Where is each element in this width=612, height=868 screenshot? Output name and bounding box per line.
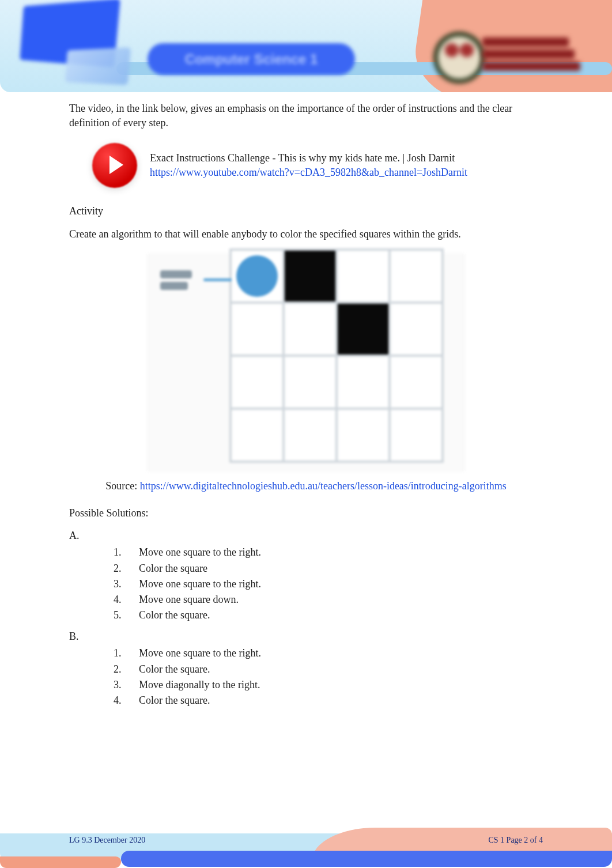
grid-cell: [284, 409, 337, 462]
intro-paragraph: The video, in the link below, gives an e…: [69, 101, 543, 130]
university-name: [482, 35, 580, 74]
footer-right: CS 1 Page 2 of 4: [489, 836, 543, 845]
grid-cell: [337, 303, 390, 356]
page-footer: LG 9.3 December 2020 CS 1 Page 2 of 4: [0, 828, 612, 868]
course-title: Computer Science 1: [148, 43, 355, 75]
grid-start-label: [160, 267, 192, 293]
video-title: Exact Instructions Challenge - This is w…: [150, 151, 467, 165]
grid-cell: [284, 250, 337, 303]
grid-cell: [231, 356, 284, 409]
list-item: Color the square.: [124, 608, 543, 622]
grid-cell: [390, 303, 443, 356]
source-line: Source: https://www.digitaltechnologiesh…: [69, 479, 543, 493]
grid-cell: [337, 356, 390, 409]
play-icon[interactable]: [92, 143, 137, 188]
solution-a-label: A.: [69, 529, 543, 543]
activity-prompt: Create an algorithm to that will enable …: [69, 227, 543, 241]
list-item: Color the square: [124, 561, 543, 576]
video-link[interactable]: https://www.youtube.com/watch?v=cDA3_598…: [150, 167, 467, 178]
list-item: Move diagonally to the right.: [124, 678, 543, 692]
grid-cell: [231, 303, 284, 356]
page-header: Computer Science 1: [0, 0, 612, 92]
grid-cell: [337, 250, 390, 303]
activity-grid-figure: [148, 254, 464, 471]
list-item: Color the square.: [124, 662, 543, 677]
source-link[interactable]: https://www.digitaltechnologieshub.edu.a…: [140, 480, 507, 492]
solution-b-list: Move one square to the right. Color the …: [124, 646, 543, 708]
list-item: Move one square to the right.: [124, 577, 543, 591]
grid-cell: [390, 250, 443, 303]
page-content: The video, in the link below, gives an e…: [0, 92, 612, 708]
course-logo-icon: [0, 0, 127, 86]
grid-cell: [390, 409, 443, 462]
video-reference: Exact Instructions Challenge - This is w…: [92, 143, 543, 188]
grid-cell: [337, 409, 390, 462]
source-label: Source:: [105, 480, 137, 492]
grid-cell: [231, 409, 284, 462]
grid-cell: [284, 303, 337, 356]
university-seal-icon: [433, 32, 485, 84]
list-item: Move one square to the right.: [124, 545, 543, 560]
solution-b-label: B.: [69, 629, 543, 644]
grid-cell: [390, 356, 443, 409]
list-item: Move one square down.: [124, 592, 543, 607]
solutions-heading: Possible Solutions:: [69, 506, 543, 520]
grid-table: [229, 248, 444, 463]
activity-heading: Activity: [69, 204, 543, 218]
list-item: Color the square.: [124, 693, 543, 708]
solution-a-list: Move one square to the right. Color the …: [124, 545, 543, 622]
grid-cell: [284, 356, 337, 409]
grid-cell: [231, 250, 284, 303]
footer-left: LG 9.3 December 2020: [69, 836, 145, 845]
list-item: Move one square to the right.: [124, 646, 543, 661]
